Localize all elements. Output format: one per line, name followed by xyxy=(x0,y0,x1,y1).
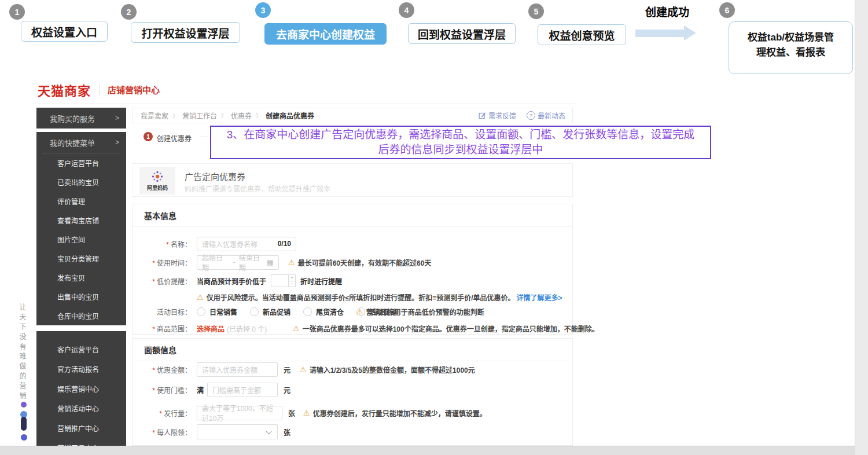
sidebar-item-category-mgmt[interactable]: 宝贝分类管理 xyxy=(36,249,126,268)
sidebar-item-customer-ops-2[interactable]: 客户运营平台 xyxy=(36,339,126,359)
use-time-row: *使用时间： 起始日期 - 结束日期 ▦ ⚠最长可提前60天创建，有效期不能超过… xyxy=(133,255,572,270)
breadcrumb-separator: 〉 xyxy=(172,111,178,120)
date-separator: - xyxy=(233,258,236,266)
warning-icon: ⚠ xyxy=(356,307,363,316)
low-price-note-text: 仅用于风险提示。当活动覆盖商品预测到手价≤所填折扣时进行提醒。折扣=预测到手价/… xyxy=(207,292,515,302)
sidebar-item-image-space[interactable]: 图片空间 xyxy=(36,230,126,249)
radio-clearance[interactable]: 尾货清仓 xyxy=(303,307,344,317)
required-mark: * xyxy=(152,366,155,375)
sidebar-item-quick-menu[interactable]: 我的快捷菜单 > xyxy=(36,132,126,153)
char-counter: 0/10 xyxy=(278,240,291,248)
sidebar-item-purchased-services[interactable]: 我购买的服务 > xyxy=(36,108,126,129)
threshold-prefix: 满 xyxy=(197,385,204,395)
breadcrumb-seller[interactable]: 我是卖家 xyxy=(141,111,168,120)
wizard-step-number: 1 xyxy=(144,132,153,141)
latest-news-link[interactable]: ? 最新动态 xyxy=(527,111,565,120)
sidebar-item-label: 我的快捷菜单 xyxy=(50,137,95,148)
product-card: 阿里妈妈 广告定向优惠券 妈妈推广渠道专属优惠券，帮助您提升推广效率 xyxy=(132,163,573,197)
sidebar-item-review-mgmt[interactable]: 评价管理 xyxy=(36,192,126,211)
required-mark: * xyxy=(152,278,155,286)
coupon-value-input[interactable]: 请输入优惠券金额 xyxy=(197,362,278,377)
required-mark: * xyxy=(166,241,169,249)
per-person-limit-row: *每人限领： 张 xyxy=(133,424,572,439)
limit-select[interactable] xyxy=(197,424,278,439)
radio-icon xyxy=(303,307,312,316)
coupon-name-row: *名称： 请输入优惠券名称 0/10 xyxy=(133,236,572,251)
target-warning-text: 营销目标用于商品低价预警的功能判断 xyxy=(366,307,484,317)
warning-icon: ⚠ xyxy=(293,324,300,333)
breadcrumb-separator: 〉 xyxy=(256,111,262,120)
stepper-down-button[interactable]: − xyxy=(289,281,295,287)
decor-dot-indigo xyxy=(21,434,27,441)
low-price-suffix: 折时进行提醒 xyxy=(300,276,342,286)
required-mark: * xyxy=(152,325,155,333)
bottom-gutter xyxy=(0,446,855,455)
alimama-wordmark: 阿里妈妈 xyxy=(147,184,168,192)
sidebar-item-on-sale[interactable]: 出售中的宝贝 xyxy=(36,287,126,306)
warning-icon: ⚠ xyxy=(300,365,307,374)
sidebar-item-entertainment-marketing[interactable]: 娱乐营销中心 xyxy=(36,379,126,398)
sidebar-block-services: 我购买的服务 > xyxy=(36,108,126,129)
limit-label: 每人限领： xyxy=(157,429,192,437)
flow-step-box-4: 回到权益设置浮层 xyxy=(408,23,516,44)
required-mark: * xyxy=(152,387,155,395)
radio-label: 尾货清仓 xyxy=(316,307,344,317)
radio-daily-sale[interactable]: 日常销售 xyxy=(197,307,237,317)
sidebar-item-marketing-promotion[interactable]: 营销推广中心 xyxy=(36,418,126,438)
flow-step-badge-6: 6 xyxy=(719,2,735,18)
alimama-slogan-watermark: 让天下没有难做的营销 xyxy=(17,303,27,405)
stepper-up-button[interactable]: + xyxy=(289,275,295,281)
sidebar-item-official-events[interactable]: 官方活动报名 xyxy=(36,359,126,379)
sidebar-item-marketing-activity[interactable]: 营销活动中心 xyxy=(36,398,126,418)
time-label: 使用时间： xyxy=(157,259,192,267)
amount-info-panel: 面额信息 *优惠金额： 请输入优惠券金额 元 ⚠请输入1/2/3/5及5的整数倍… xyxy=(132,338,573,446)
discount-input[interactable] xyxy=(271,274,288,287)
sidebar-item-sold-items[interactable]: 已卖出的宝贝 xyxy=(36,173,126,192)
edit-icon xyxy=(479,112,486,119)
breadcrumb-coupon[interactable]: 优惠券 xyxy=(231,111,252,120)
discount-stepper[interactable]: + − xyxy=(288,274,296,287)
scope-warning-text: 一张商品优惠券最多可以选择100个指定商品。优惠券一旦创建，指定商品只能增加，不… xyxy=(303,324,599,333)
end-date-placeholder: 结束日期 xyxy=(239,252,267,272)
latest-news-label: 最新动态 xyxy=(538,111,565,120)
sidebar-item-publish-item[interactable]: 发布宝贝 xyxy=(36,268,126,287)
coupon-name-input[interactable]: 请输入优惠券名称 0/10 xyxy=(197,237,296,251)
flow-step-badge-2: 2 xyxy=(121,4,137,20)
right-gutter xyxy=(855,0,868,455)
threshold-input[interactable]: 门槛需高于金额 xyxy=(207,383,278,397)
low-price-label: 低价提醒： xyxy=(157,278,192,286)
flow-step-badge-5: 5 xyxy=(528,3,544,19)
breadcrumb-marketing-workbench[interactable]: 营销工作台 xyxy=(182,111,217,120)
required-mark: * xyxy=(152,429,155,437)
sidebar-item-marketing-tools[interactable]: 营销工具中心 xyxy=(36,438,126,446)
required-mark: * xyxy=(152,259,155,267)
issue-volume-input[interactable]: 需大于等于1000，不超过10万 xyxy=(197,406,282,420)
flow-step-box-3-active: 去商家中心创建权益 xyxy=(264,23,387,45)
feedback-link[interactable]: 需求反馈 xyxy=(479,111,516,120)
issue-placeholder: 需大于等于1000，不超过10万 xyxy=(202,403,277,423)
sidebar-item-customer-ops[interactable]: 客户运营平台 xyxy=(36,153,126,173)
radio-icon xyxy=(250,307,259,316)
tmall-logo[interactable]: 天猫商家 xyxy=(38,80,91,99)
warning-icon: ⚠ xyxy=(197,293,204,302)
select-items-button[interactable]: 选择商品 xyxy=(197,324,225,333)
calendar-icon[interactable]: ▦ xyxy=(267,258,274,267)
radio-new-product[interactable]: 新品促销 xyxy=(250,307,290,317)
chevron-down-icon xyxy=(266,428,272,434)
flow-step-box-6: 权益tab/权益场景管理权益、看报表 xyxy=(729,21,853,74)
issue-unit: 张 xyxy=(288,408,295,418)
date-range-input[interactable]: 起始日期 - 结束日期 ▦ xyxy=(197,255,279,270)
wizard-step-label: 创建优惠券 xyxy=(157,133,192,143)
threshold-placeholder: 门槛需高于金额 xyxy=(212,385,261,395)
coupon-value-row: *优惠金额： 请输入优惠券金额 元 ⚠请输入1/2/3/5及5的整数倍金额，面额… xyxy=(133,362,572,377)
breadcrumb-current-page: 创建商品优惠券 xyxy=(266,111,314,120)
annotation-callout: 3、在商家中心创建广告定向优惠券，需选择商品、设置面额、门槛、发行张数等信息，设… xyxy=(210,126,711,159)
learn-more-link[interactable]: 详情了解更多> xyxy=(517,292,562,302)
radio-label: 日常销售 xyxy=(209,307,237,317)
sidebar-item-in-stock[interactable]: 仓库中的宝贝 xyxy=(36,306,126,325)
chevron-right-icon: > xyxy=(115,138,119,146)
time-warning-text: 最长可提前60天创建，有效期不能超过60天 xyxy=(298,258,432,267)
feedback-label: 需求反馈 xyxy=(488,111,516,120)
sidebar-item-view-shop[interactable]: 查看淘宝店铺 xyxy=(36,211,126,230)
flow-step-badge-1: 1 xyxy=(9,4,25,20)
